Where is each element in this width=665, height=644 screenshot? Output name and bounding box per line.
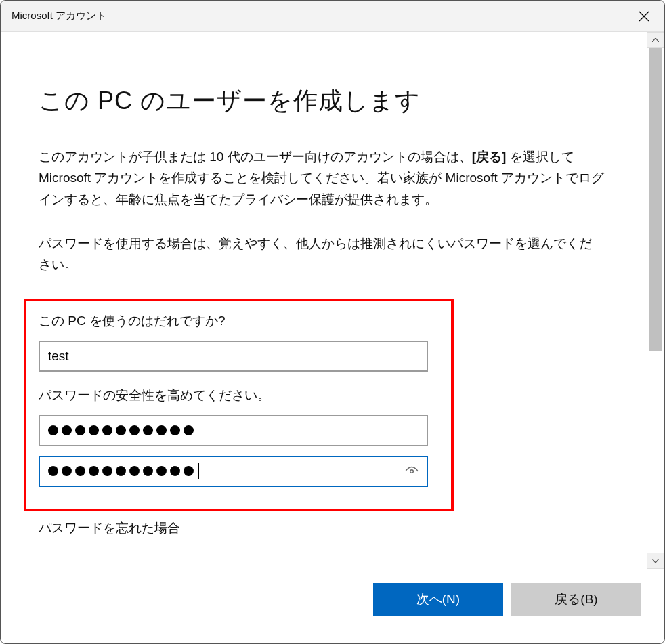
forgot-password-label: パスワードを忘れた場合	[39, 519, 633, 537]
page-title: この PC のユーザーを作成します	[39, 85, 633, 118]
content-area: この PC のユーザーを作成します このアカウントが子供または 10 代のユーザ…	[1, 32, 647, 569]
back-button[interactable]: 戻る(B)	[511, 583, 641, 616]
intro-paragraph-2: パスワードを使用する場合は、覚えやすく、他人からは推測されにくいパスワードを選ん…	[39, 233, 604, 276]
vertical-scrollbar[interactable]	[647, 32, 664, 569]
next-button[interactable]: 次へ(N)	[373, 583, 503, 616]
password-confirm-input[interactable]	[39, 456, 428, 487]
form-highlight-box: この PC を使うのはだれですか? パスワードの安全性を高めてください。	[24, 299, 454, 511]
username-input[interactable]	[39, 341, 428, 372]
window-title: Microsoft アカウント	[12, 9, 106, 22]
content-wrap: この PC のユーザーを作成します このアカウントが子供または 10 代のユーザ…	[1, 32, 664, 569]
eye-icon	[404, 464, 419, 479]
password-mask	[47, 425, 420, 435]
footer-buttons: 次へ(N) 戻る(B)	[1, 569, 664, 643]
username-label: この PC を使うのはだれですか?	[39, 312, 439, 330]
svg-point-2	[410, 469, 414, 473]
chevron-up-icon	[652, 38, 659, 42]
scroll-up-button[interactable]	[647, 32, 664, 48]
scroll-down-button[interactable]	[647, 553, 664, 569]
titlebar: Microsoft アカウント	[1, 1, 664, 32]
password-input[interactable]	[39, 415, 428, 446]
password-confirm-mask	[47, 463, 404, 479]
reveal-password-button[interactable]	[404, 463, 420, 479]
dialog-window: Microsoft アカウント この PC のユーザーを作成します このアカウン…	[0, 0, 665, 644]
intro-1-bold: [戻る]	[472, 150, 507, 164]
scroll-thumb[interactable]	[649, 48, 662, 351]
close-icon	[639, 11, 649, 22]
scroll-track[interactable]	[649, 48, 662, 553]
password-section-label: パスワードの安全性を高めてください。	[39, 387, 439, 404]
close-button[interactable]	[624, 1, 664, 32]
chevron-down-icon	[652, 559, 659, 563]
intro-1-pre: このアカウントが子供または 10 代のユーザー向けのアカウントの場合は、	[39, 150, 472, 164]
intro-paragraph-1: このアカウントが子供または 10 代のユーザー向けのアカウントの場合は、[戻る]…	[39, 146, 604, 210]
